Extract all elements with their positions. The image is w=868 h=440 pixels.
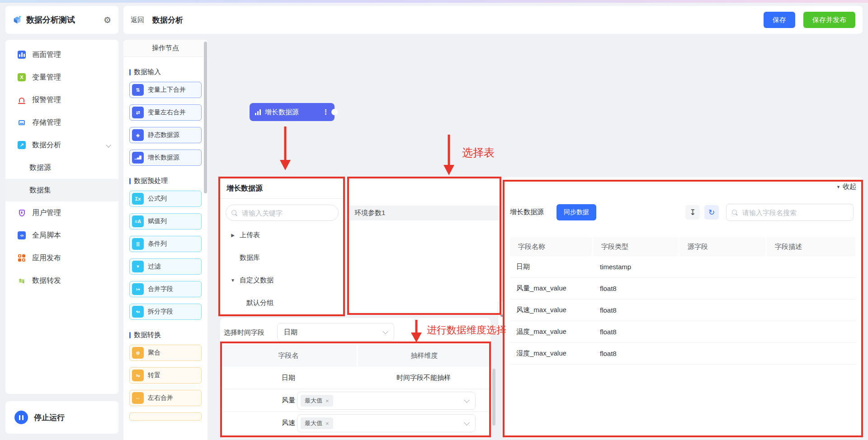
export-icon[interactable]: ↧ [685,205,700,220]
node-menu-icon[interactable]: ⋮ [322,108,329,116]
tree-item-default-group[interactable]: 默认分组 [220,291,344,314]
op-button-merge-vertical[interactable]: ⇅ 变量上下合并 [129,82,202,98]
op-button-growth-source[interactable]: ▁▄█ 增长数据源 [129,150,202,166]
sidebar-item-label: 用户管理 [32,208,61,218]
sidebar-item-label: 存储管理 [32,118,61,127]
dimension-select[interactable]: 最大值 × [297,392,476,410]
cell-type: float8 [592,306,677,314]
time-field-label: 选择时间字段 [224,328,264,337]
field-search-box [726,204,854,221]
link-icon: ⇔ [132,392,144,404]
cell-type: float8 [592,328,677,336]
keyword-search-box [226,205,339,221]
sidebar-item-user-mgmt[interactable]: 用户管理 [5,201,118,224]
chevron-down-icon [464,397,470,403]
panel-collapse-handle[interactable]: ◀ [498,301,504,330]
op-button-merge-fields[interactable]: ↣ 合并字段 [129,281,202,297]
refresh-icon[interactable]: ↻ [704,205,719,220]
funnel-icon: ▼ [132,261,144,272]
collapse-button[interactable]: ▼ 收起 [836,183,856,191]
growth-chart-icon [255,109,261,115]
tree-item-upload-tables[interactable]: ▶ 上传表 [220,224,344,246]
save-button[interactable]: 保存 [764,12,795,28]
dimension-select[interactable]: 最大值 × [297,414,476,432]
sidebar-item-data-forward[interactable]: ⇆ 数据转发 [5,269,118,292]
transpose-icon: ⇋ [132,370,144,381]
tree-collapsed-icon[interactable]: ▶ [230,233,236,238]
canvas-node-growth-source[interactable]: 增长数据源 ⋮ [250,103,335,121]
app-title: 数据分析测试 [26,14,104,25]
table-list-item-selected[interactable]: 环境参数1 [349,206,500,220]
table-row: 风量_max_value float8 [510,278,855,300]
back-button[interactable]: 返回 [131,16,144,24]
sidebar-item-label: 变量管理 [32,73,61,82]
split-fields-icon: ↬ [132,306,144,318]
sidebar-item-screen-mgmt[interactable]: 画面管理 [5,43,118,66]
sampling-row-date: 日期 时间字段不能抽样 [220,367,491,389]
op-button-join-lr[interactable]: ⇔ 左右合并 [129,390,202,406]
node-output-port[interactable] [331,109,338,115]
op-button-static-source[interactable]: ◈ 静态数据源 [129,127,202,143]
bell-icon [17,98,26,103]
op-button-aggregate[interactable]: ⊗ 聚合 [129,345,202,361]
keyword-search-input[interactable] [241,209,333,217]
op-button-condition-col[interactable]: ≣ 条件列 [129,236,202,252]
dimension-tag: 最大值 × [301,395,333,407]
tag-close-icon[interactable]: × [326,398,329,404]
sampling-row-airflow: 风量 最大值 × [220,389,491,412]
field-value: 时间字段不能抽样 [357,367,491,389]
col-source-field: 源字段 [679,237,765,256]
cell-name: 风速_max_value [510,306,592,314]
op-button-label: 公式列 [148,195,167,203]
cell-name: 日期 [510,262,592,271]
sidebar-item-app-publish[interactable]: 应用发布 [5,247,118,269]
aggregate-icon: ⊗ [132,347,144,359]
tree-expanded-icon[interactable]: ▼ [230,278,236,283]
sidebar-item-variable-mgmt[interactable]: X 变量管理 [5,66,118,89]
triangle-left-icon: ◀ [500,314,502,318]
op-button-merge-horizontal[interactable]: ⇄ 变量左右合并 [129,104,202,121]
table-row: 风速_max_value float8 [510,300,855,321]
sampling-table-header: 字段名 抽样维度 [220,344,491,367]
formula-icon: Σx [132,193,144,205]
sidebar-item-dataset[interactable]: 数据集 [5,179,118,201]
op-button-transpose[interactable]: ⇋ 转置 [129,367,202,384]
tree-item-database[interactable]: 数据库 [220,246,344,269]
sidebar-item-global-script[interactable]: </> 全局脚本 [5,224,118,247]
cell-type: timestamp [592,263,677,271]
op-button-formula-col[interactable]: Σx 公式列 [129,191,202,207]
tag-close-icon[interactable]: × [326,420,329,427]
sampling-scrollbar[interactable] [492,369,495,426]
ops-panel-scrollbar[interactable] [204,42,207,193]
op-button-filter[interactable]: ▼ 过滤 [129,258,202,275]
op-button-label: 左右合并 [148,394,173,402]
save-publish-button[interactable]: 保存并发布 [803,12,855,28]
tree-item-label: 默认分组 [246,299,274,307]
tree-item-label: 上传表 [240,231,260,239]
op-button-split-fields[interactable]: ↬ 拆分字段 [129,304,202,320]
sidebar: 画面管理 X 变量管理 报警管理 存储管理 ↗ 数据分析 数据源 数据集 用户管… [5,40,118,394]
fields-source-label: 增长数据源 [510,208,544,216]
time-field-select[interactable]: 日期 [277,323,394,341]
assign-icon: ≡A [132,215,144,227]
ops-section-data-input: 数据输入 [129,68,202,76]
sidebar-item-alarm-mgmt[interactable]: 报警管理 [5,89,118,111]
stop-run-button[interactable]: 停止运行 [5,401,118,434]
gear-icon[interactable]: ⚙ [104,15,111,25]
sidebar-item-data-analysis[interactable]: ↗ 数据分析 [5,134,118,156]
op-button-label: 条件列 [148,240,167,248]
sync-data-button[interactable]: 同步数据 [557,204,596,220]
monitor-code-icon: </> [17,231,26,239]
field-search-input[interactable] [741,208,848,217]
op-button-label: 增长数据源 [148,154,179,162]
time-field-value: 日期 [284,328,297,337]
tree-item-label: 数据库 [240,253,260,262]
op-button-partial[interactable] [129,412,202,421]
sidebar-item-storage-mgmt[interactable]: 存储管理 [5,111,118,134]
sidebar-item-data-source[interactable]: 数据源 [5,156,118,179]
op-button-assign-col[interactable]: ≡A 赋值列 [129,213,202,229]
fields-table: 字段名称 字段类型 源字段 字段描述 日期 timestamp 风量_max_v… [503,237,863,365]
tree-item-custom-data[interactable]: ▼ 自定义数据 [220,269,344,291]
col-field-type: 字段类型 [593,237,678,256]
sampling-panel: 选择时间字段 日期 字段名 抽样维度 日期 时间字段不能抽样 风量 最大值 × … [220,318,491,438]
